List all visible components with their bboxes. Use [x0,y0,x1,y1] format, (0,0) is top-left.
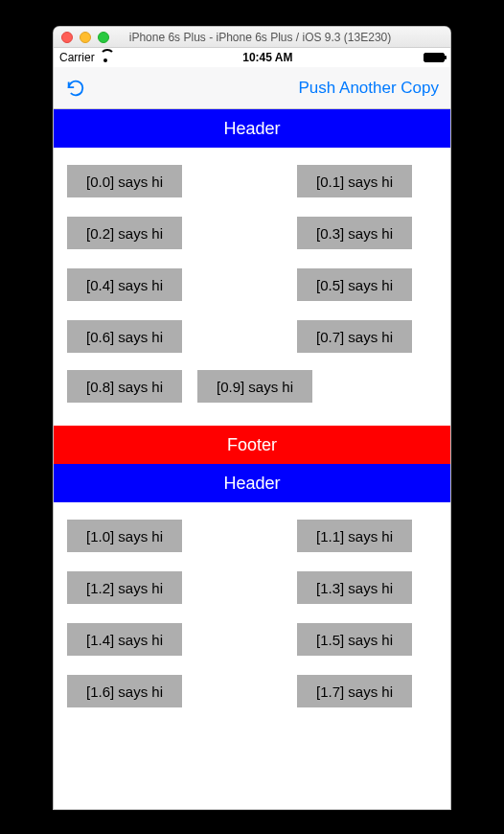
cell[interactable]: [0.3] says hi [297,217,412,249]
section-header: Header [54,464,450,502]
collection-view[interactable]: Header [0.0] says hi [0.1] says hi [0.2]… [54,109,450,809]
cell[interactable]: [0.5] says hi [297,268,412,301]
section-1-grid: [1.0] says hi [1.1] says hi [1.2] says h… [54,502,450,707]
section-header: Header [54,109,450,148]
section-0-last-row: [0.8] says hi [0.9] says hi [54,370,450,426]
cell[interactable]: [0.8] says hi [67,370,182,403]
carrier-label: Carrier [59,51,95,64]
simulator-window: iPhone 6s Plus - iPhone 6s Plus / iOS 9.… [54,27,450,809]
cell[interactable]: [0.7] says hi [297,320,412,353]
cell[interactable]: [0.1] says hi [297,165,412,197]
cell[interactable]: [0.4] says hi [67,268,182,301]
cell[interactable]: [1.2] says hi [67,571,182,604]
wifi-icon [99,53,112,62]
cell[interactable]: [0.0] says hi [67,165,182,197]
cell[interactable]: [0.6] says hi [67,320,182,353]
cell[interactable]: [1.5] says hi [297,623,412,656]
section-0-grid: [0.0] says hi [0.1] says hi [0.2] says h… [54,148,450,370]
status-bar: Carrier 10:45 AM [54,48,450,67]
cell[interactable]: [1.1] says hi [297,520,412,552]
window-title: iPhone 6s Plus - iPhone 6s Plus / iOS 9.… [116,31,443,44]
battery-icon [424,53,445,62]
refresh-button[interactable] [65,78,86,99]
cell[interactable]: [1.6] says hi [67,675,182,707]
refresh-icon [65,78,86,99]
cell[interactable]: [1.7] says hi [297,675,412,707]
section-footer: Footer [54,426,450,464]
close-icon[interactable] [61,32,73,43]
clock-label: 10:45 AM [242,51,292,64]
cell[interactable]: [1.4] says hi [67,623,182,656]
navigation-bar: Push Another Copy [54,67,450,109]
cell[interactable]: [1.0] says hi [67,520,182,552]
titlebar: iPhone 6s Plus - iPhone 6s Plus / iOS 9.… [54,27,450,48]
minimize-icon[interactable] [80,32,91,43]
cell[interactable]: [1.3] says hi [297,571,412,604]
push-another-copy-button[interactable]: Push Another Copy [299,79,439,98]
cell[interactable]: [0.9] says hi [197,370,312,403]
zoom-icon[interactable] [98,32,109,43]
cell[interactable]: [0.2] says hi [67,217,182,249]
